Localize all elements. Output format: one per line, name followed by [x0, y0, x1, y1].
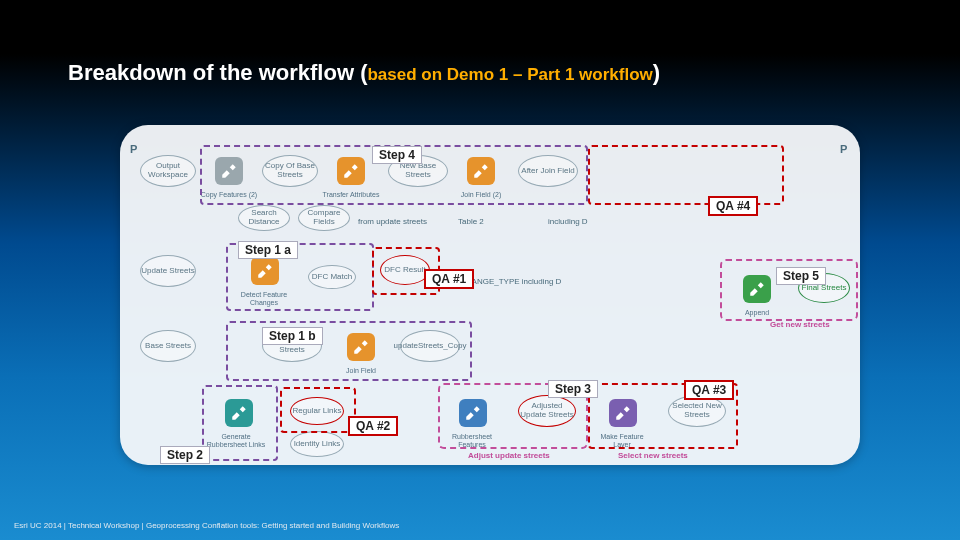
- slide-title: Breakdown of the workflow (based on Demo…: [68, 60, 660, 86]
- node-output-workspace: Output Workspace: [140, 155, 196, 187]
- node-ident-links: Identity Links: [290, 431, 344, 457]
- label-step4: Step 4: [372, 146, 422, 164]
- text-includingD: including D: [548, 217, 588, 226]
- title-main: Breakdown of the workflow: [68, 60, 360, 85]
- label-step2: Step 2: [160, 446, 210, 464]
- node-search-dist: Search Distance: [238, 205, 290, 231]
- paren-close: ): [653, 60, 660, 85]
- title-sub: based on Demo 1 – Part 1 workflow: [367, 65, 652, 84]
- label-qa2: QA #2: [348, 416, 398, 436]
- label-step5: Step 5: [776, 267, 826, 285]
- text-adjust: Adjust update streets: [468, 451, 550, 460]
- diagram-panel: P P Output Workspace Copy Of Base Street…: [120, 125, 860, 465]
- label-step3: Step 3: [548, 380, 598, 398]
- text-change-type: CHANGE_TYPE including D: [460, 277, 561, 286]
- slide-footer: Esri UC 2014 | Technical Workshop | Geop…: [14, 521, 399, 530]
- label-qa3: QA #3: [684, 380, 734, 400]
- label-qa4: QA #4: [708, 196, 758, 216]
- text-getnew: Get new streets: [770, 320, 830, 329]
- group-step2: [202, 385, 278, 461]
- text-from-update: from update streets: [358, 217, 427, 226]
- p-left: P: [130, 143, 137, 155]
- node-base-streets: Base Streets: [140, 330, 196, 362]
- group-qa2: [280, 387, 356, 433]
- text-table2: Table 2: [458, 217, 484, 226]
- text-select-new: Select new streets: [618, 451, 688, 460]
- label-step1b: Step 1 b: [262, 327, 323, 345]
- p-right: P: [840, 143, 847, 155]
- node-compare: Compare Fields: [298, 205, 350, 231]
- label-step1a: Step 1 a: [238, 241, 298, 259]
- label-qa1: QA #1: [424, 269, 474, 289]
- node-update-streets: Update Streets: [140, 255, 196, 287]
